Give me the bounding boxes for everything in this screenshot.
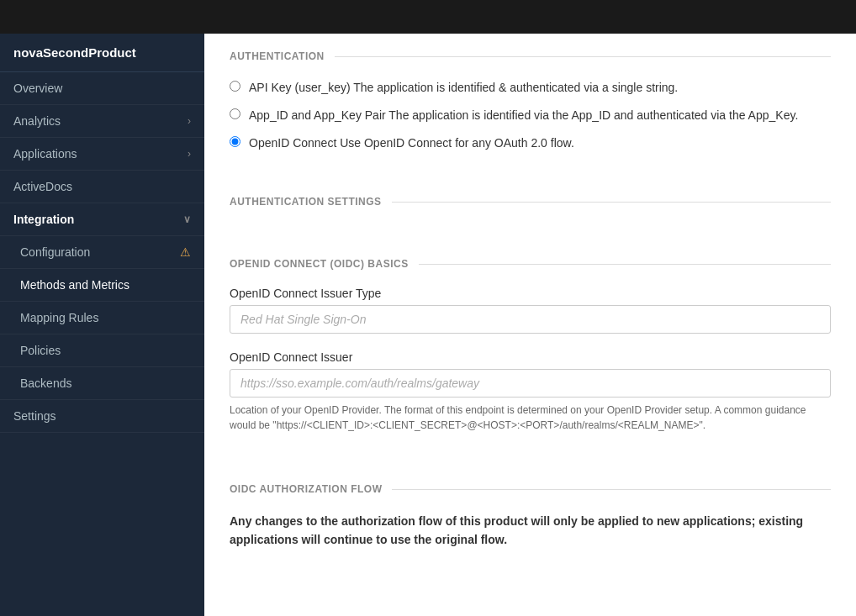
issuer-type-label: OpenID Connect Issuer Type — [230, 287, 831, 300]
authentication-divider — [335, 56, 831, 57]
oidc-flow-notice-section: Any changes to the authorization flow of… — [204, 503, 856, 558]
top-bar — [0, 0, 856, 34]
app-id-label: App_ID and App_Key Pair The application … — [249, 107, 798, 124]
app-id-key-option: App_ID and App_Key Pair The application … — [230, 107, 831, 124]
issuer-type-group: OpenID Connect Issuer Type — [230, 287, 831, 334]
sidebar-item-methods-and-metrics[interactable]: Methods and Metrics — [0, 269, 204, 302]
sidebar-item-analytics-label: Analytics — [13, 114, 61, 128]
issuer-help: Location of your OpenID Provider. The fo… — [230, 403, 831, 433]
oidc-flow-divider — [392, 489, 831, 490]
main-content: AUTHENTICATION API Key (user_key) The ap… — [204, 34, 856, 616]
sidebar-item-overview[interactable]: Overview — [0, 72, 204, 105]
oidc-basics-form: OpenID Connect Issuer Type OpenID Connec… — [204, 278, 856, 466]
configuration-warn-icon: ⚠ — [180, 245, 191, 259]
sidebar-item-backends-label: Backends — [20, 376, 71, 390]
oidc-flow-label: OIDC AUTHORIZATION FLOW — [230, 483, 382, 495]
oidc-basics-label: OPENID CONNECT (OIDC) BASICS — [230, 258, 409, 270]
integration-chevron-icon: ∨ — [183, 213, 191, 225]
app-id-radio[interactable] — [230, 108, 240, 119]
auth-settings-spacer — [204, 216, 856, 241]
sidebar-item-activedocs-label: ActiveDocs — [13, 180, 72, 193]
auth-settings-section-header: AUTHENTICATION SETTINGS — [204, 179, 856, 216]
auth-settings-label: AUTHENTICATION SETTINGS — [230, 196, 382, 208]
sidebar-item-backends[interactable]: Backends — [0, 367, 204, 400]
auth-settings-divider — [392, 202, 831, 203]
issuer-group: OpenID Connect Issuer Location of your O… — [230, 350, 831, 433]
sidebar-item-policies[interactable]: Policies — [0, 334, 204, 367]
sidebar-item-settings-label: Settings — [13, 409, 56, 423]
oidc-basics-divider — [419, 264, 831, 265]
sidebar-item-policies-label: Policies — [20, 344, 61, 357]
applications-chevron-icon: › — [188, 148, 191, 160]
auth-options: API Key (user_key) The application is id… — [204, 71, 856, 179]
openid-connect-option: OpenID Connect Use OpenID Connect for an… — [230, 134, 831, 152]
sidebar-item-activedocs[interactable]: ActiveDocs — [0, 171, 204, 203]
api-key-radio[interactable] — [230, 81, 240, 92]
sidebar-item-analytics[interactable]: Analytics › — [0, 105, 204, 138]
oidc-flow-notice: Any changes to the authorization flow of… — [230, 512, 831, 550]
sidebar-item-methods-label: Methods and Metrics — [20, 278, 129, 292]
oidc-flow-notice-bold: Any changes to the authorization flow of… — [230, 514, 803, 528]
openid-connect-label: OpenID Connect Use OpenID Connect for an… — [249, 134, 574, 152]
authentication-section-header: AUTHENTICATION — [204, 34, 856, 71]
product-title: novaSecondProduct — [0, 34, 204, 72]
oidc-basics-section-header: OPENID CONNECT (OIDC) BASICS — [204, 241, 856, 278]
openid-connect-radio[interactable] — [230, 136, 240, 147]
main-layout: novaSecondProduct Overview Analytics › A… — [0, 34, 856, 616]
sidebar-item-integration[interactable]: Integration ∨ — [0, 203, 204, 236]
sidebar-item-settings[interactable]: Settings — [0, 400, 204, 433]
sidebar-item-applications-label: Applications — [13, 147, 77, 161]
issuer-type-input[interactable] — [230, 305, 831, 334]
sidebar-item-integration-label: Integration — [13, 213, 74, 226]
analytics-chevron-icon: › — [188, 115, 191, 127]
issuer-label: OpenID Connect Issuer — [230, 350, 831, 364]
sidebar-item-mapping-label: Mapping Rules — [20, 311, 98, 324]
oidc-flow-section-header: OIDC AUTHORIZATION FLOW — [204, 466, 856, 503]
issuer-input[interactable] — [230, 369, 831, 398]
sidebar: novaSecondProduct Overview Analytics › A… — [0, 34, 204, 616]
api-key-option: API Key (user_key) The application is id… — [230, 79, 831, 97]
sidebar-item-mapping-rules[interactable]: Mapping Rules — [0, 302, 204, 334]
sidebar-item-configuration[interactable]: Configuration ⚠ — [0, 236, 204, 269]
sidebar-item-configuration-label: Configuration — [20, 245, 90, 259]
authentication-label: AUTHENTICATION — [230, 50, 325, 62]
api-key-label: API Key (user_key) The application is id… — [249, 79, 678, 97]
sidebar-item-overview-label: Overview — [13, 82, 62, 95]
sidebar-item-applications[interactable]: Applications › — [0, 138, 204, 171]
